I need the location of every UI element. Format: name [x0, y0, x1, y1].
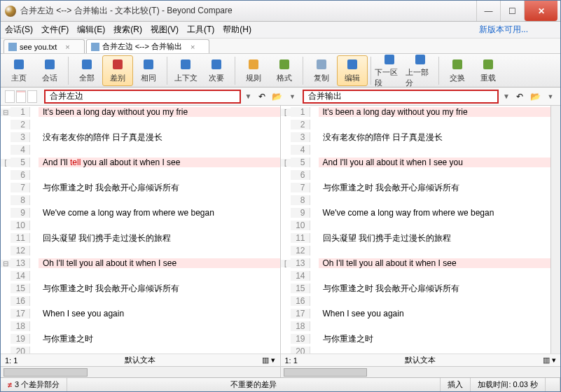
- code-line[interactable]: 14: [281, 270, 551, 282]
- menu-search[interactable]: 搜索(R): [113, 24, 142, 36]
- minimize-button[interactable]: —: [476, 1, 500, 21]
- fold-toggle[interactable]: ⊟: [1, 108, 11, 116]
- menu-file[interactable]: 文件(F): [41, 24, 69, 36]
- overview-slot[interactable]: [16, 90, 26, 103]
- fold-toggle[interactable]: [: [281, 260, 291, 267]
- menu-edit[interactable]: 编辑(E): [77, 24, 105, 36]
- code-line[interactable]: 11回头凝望 我们携手走过漫长的旅程: [281, 232, 551, 244]
- overview-slot[interactable]: [5, 90, 15, 103]
- code-line[interactable]: 18: [281, 320, 551, 332]
- fold-toggle[interactable]: [: [281, 159, 291, 167]
- code-line[interactable]: 2: [1, 118, 280, 131]
- code-line[interactable]: 15与你重逢之时 我会敞开心扉倾诉所有: [1, 282, 280, 295]
- right-code[interactable]: [1It's been a long day without you my fr…: [281, 106, 551, 354]
- code-line[interactable]: 7与你重逢之时 我会敞开心扉倾诉所有: [281, 181, 551, 194]
- toolbar-context-button[interactable]: 上下文: [170, 55, 201, 86]
- right-file-input[interactable]: 合并输出: [303, 90, 499, 104]
- code-line[interactable]: 20: [281, 345, 551, 354]
- code-line[interactable]: [5And I'll tell you all about it when I …: [1, 156, 280, 169]
- menu-help[interactable]: 帮助(H): [223, 24, 251, 36]
- fold-toggle[interactable]: [: [1, 159, 11, 167]
- h-scrollbar[interactable]: [1, 366, 280, 377]
- code-line[interactable]: [5And I'll you all about it when I see y…: [281, 156, 551, 169]
- toolbar-home-button[interactable]: 主页: [4, 55, 34, 86]
- toolbar-copy-button[interactable]: 复制: [306, 55, 337, 86]
- code-line[interactable]: 19与你重逢之时: [1, 332, 280, 345]
- code-line[interactable]: 6: [281, 169, 551, 181]
- fold-toggle[interactable]: [: [281, 108, 291, 116]
- code-line[interactable]: 9We've come a long way from where we beg…: [1, 206, 280, 219]
- line-text: We've come a long way from where we bega…: [39, 208, 280, 218]
- h-scrollbar[interactable]: [281, 366, 561, 377]
- toolbar-same-button[interactable]: 相同: [133, 55, 164, 86]
- resize-grip[interactable]: [546, 378, 560, 391]
- code-line[interactable]: 11回头凝望 我们携手走过漫长的旅程: [1, 232, 280, 244]
- code-line[interactable]: 6: [1, 169, 280, 181]
- toolbar-all-button[interactable]: 全部: [71, 55, 102, 86]
- code-line[interactable]: 17When I see you again: [1, 307, 280, 320]
- code-line[interactable]: 9We've come a long way from where we beg…: [281, 206, 551, 219]
- toolbar-swap-button[interactable]: 交换: [442, 55, 473, 86]
- code-line[interactable]: 18: [1, 320, 280, 332]
- menu-tools[interactable]: 工具(T): [187, 24, 214, 36]
- svg-rect-0: [14, 59, 24, 69]
- overview-slot[interactable]: [27, 90, 37, 103]
- toolbar-edit-button[interactable]: 编辑: [337, 55, 368, 86]
- code-line[interactable]: 17When I see you again: [281, 307, 551, 320]
- menu-session[interactable]: 会话(S): [5, 24, 33, 36]
- code-line[interactable]: ⊟13Oh I'll tell you all about it when I …: [1, 257, 280, 270]
- undo-icon[interactable]: ↶: [514, 91, 525, 102]
- close-button[interactable]: ✕: [524, 1, 557, 21]
- encoding-icon[interactable]: ▥ ▾: [262, 356, 275, 365]
- toolbar-session-button[interactable]: 会话: [34, 55, 65, 86]
- code-line[interactable]: 8: [281, 194, 551, 206]
- line-number: 15: [291, 284, 310, 293]
- v-scrollbar[interactable]: [550, 106, 560, 354]
- code-line[interactable]: 2: [281, 118, 551, 131]
- dropdown-icon[interactable]: ▼: [287, 91, 298, 102]
- code-line[interactable]: 10: [1, 219, 280, 232]
- code-line[interactable]: ⊟1It's been a long day without you my fr…: [1, 106, 280, 118]
- tab-close-icon[interactable]: ×: [191, 43, 195, 51]
- code-line[interactable]: [13Oh I'll tell you all about it when I …: [281, 257, 551, 270]
- dropdown-icon[interactable]: ▼: [545, 91, 556, 102]
- toolbar-next-button[interactable]: 下一区段: [374, 55, 405, 86]
- line-number: 15: [11, 284, 30, 293]
- code-line[interactable]: 12: [281, 244, 551, 257]
- code-line[interactable]: 8: [1, 194, 280, 206]
- menu-view[interactable]: 视图(V): [151, 24, 179, 36]
- version-link[interactable]: 新版本可用...: [479, 24, 528, 36]
- code-line[interactable]: 10: [281, 219, 551, 232]
- line-number: 14: [11, 271, 30, 281]
- code-line[interactable]: 4: [281, 144, 551, 156]
- toolbar-prev-button[interactable]: 上一部分: [405, 55, 436, 86]
- code-line[interactable]: 14: [1, 270, 280, 282]
- undo-icon[interactable]: ↶: [256, 91, 268, 102]
- code-line[interactable]: 7与你重逢之时 我会敞开心扉倾诉所有: [1, 181, 280, 194]
- toolbar-diff-button[interactable]: 差别: [102, 55, 133, 86]
- tab-close-icon[interactable]: ×: [65, 43, 69, 51]
- tab-compare[interactable]: 合并左边 <--> 合并输出 ×: [86, 39, 210, 53]
- code-line[interactable]: 20: [1, 345, 280, 354]
- code-line[interactable]: 4: [1, 144, 280, 156]
- left-code[interactable]: ⊟1It's been a long day without you my fr…: [1, 106, 280, 354]
- code-line[interactable]: 16: [1, 295, 280, 307]
- code-line[interactable]: 3没有老友你的陪伴 日子真是漫长: [1, 131, 280, 144]
- code-line[interactable]: 19与你重逢之时: [281, 332, 551, 345]
- open-folder-icon[interactable]: 📂: [272, 91, 283, 102]
- encoding-icon[interactable]: ▥ ▾: [543, 356, 556, 365]
- toolbar-format-button[interactable]: 格式: [269, 55, 300, 86]
- code-line[interactable]: 12: [1, 244, 280, 257]
- open-folder-icon[interactable]: 📂: [529, 91, 541, 102]
- maximize-button[interactable]: ☐: [500, 1, 524, 21]
- left-file-input[interactable]: 合并左边: [44, 90, 241, 104]
- toolbar-reload-button[interactable]: 重载: [473, 55, 504, 86]
- code-line[interactable]: 16: [281, 295, 551, 307]
- code-line[interactable]: [1It's been a long day without you my fr…: [281, 106, 551, 118]
- fold-toggle[interactable]: ⊟: [1, 260, 11, 267]
- toolbar-rules-button[interactable]: 规则: [238, 55, 269, 86]
- toolbar-minor-button[interactable]: 次要: [201, 55, 232, 86]
- tab-file[interactable]: see you.txt ×: [4, 39, 85, 53]
- code-line[interactable]: 3没有老友你的陪伴 日子真是漫长: [281, 131, 551, 144]
- code-line[interactable]: 15与你重逢之时 我会敞开心扉倾诉所有: [281, 282, 551, 295]
